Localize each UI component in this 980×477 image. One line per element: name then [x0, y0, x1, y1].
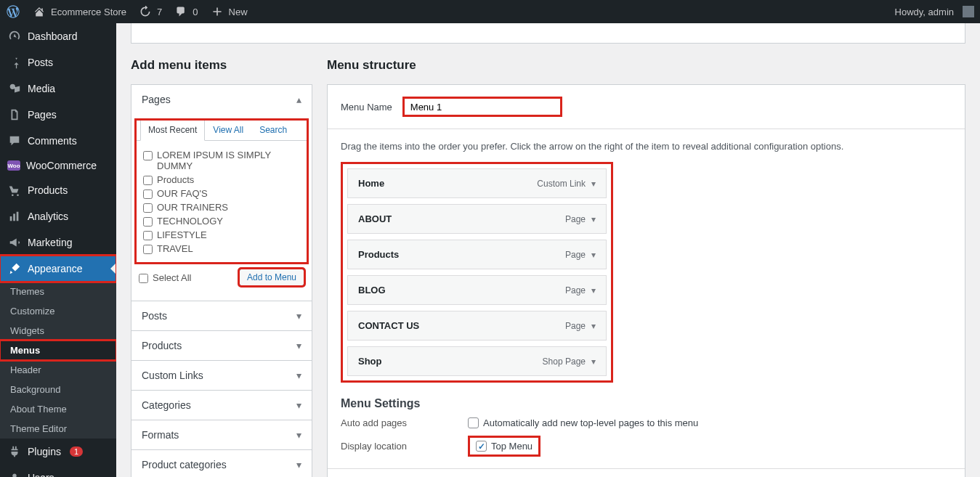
- pages-list[interactable]: LOREM IPSUM IS SIMPLY DUMMY Products OUR…: [136, 141, 307, 263]
- page-checkbox[interactable]: [143, 151, 153, 160]
- add-to-menu-button[interactable]: Add to Menu: [239, 269, 304, 286]
- sub-themes[interactable]: Themes: [0, 282, 116, 301]
- sub-about-theme[interactable]: About Theme: [0, 399, 116, 419]
- sub-widgets[interactable]: Widgets: [0, 321, 116, 341]
- menu-item[interactable]: ShopShop Page▾: [347, 346, 607, 376]
- avatar: [963, 6, 974, 17]
- sub-customize[interactable]: Customize: [0, 301, 116, 321]
- products-icon: [7, 183, 22, 197]
- nav-comments[interactable]: Comments: [0, 128, 116, 154]
- wp-logo[interactable]: [0, 0, 26, 23]
- menu-item[interactable]: ABOUTPage▾: [347, 204, 607, 234]
- comments-count: 0: [193, 7, 198, 17]
- menu-item[interactable]: BLOGPage▾: [347, 275, 607, 305]
- nav-pages[interactable]: Pages: [0, 102, 116, 128]
- sub-background[interactable]: Background: [0, 380, 116, 399]
- plugins-badge: 1: [70, 447, 83, 457]
- checkbox-checked[interactable]: [476, 441, 487, 452]
- nav-plugins[interactable]: Plugins1: [0, 439, 116, 465]
- svg-point-4: [12, 474, 16, 477]
- admin-bar: Ecommerce Store 7 0 New Howdy, admin: [0, 0, 980, 23]
- add-items-heading: Add menu items: [131, 58, 312, 73]
- auto-add-check[interactable]: Automatically add new top-level pages to…: [468, 417, 698, 428]
- media-icon: [7, 81, 22, 96]
- chevron-down-icon[interactable]: ▾: [591, 214, 596, 224]
- page-check-item[interactable]: TECHNOLOGY: [143, 214, 300, 228]
- users-icon: [7, 470, 22, 477]
- notice-placeholder: [131, 23, 965, 44]
- tab-view-all[interactable]: View All: [205, 120, 251, 140]
- nav-marketing[interactable]: Marketing: [0, 229, 116, 256]
- menu-item[interactable]: HomeCustom Link▾: [347, 168, 607, 198]
- nav-dashboard[interactable]: Dashboard: [0, 23, 116, 49]
- pin-icon: [7, 55, 22, 70]
- menu-name-input[interactable]: [402, 97, 562, 117]
- home-icon: [32, 4, 46, 19]
- new-link[interactable]: New: [204, 0, 254, 23]
- nav-products[interactable]: Products: [0, 177, 116, 203]
- sub-header[interactable]: Header: [0, 360, 116, 380]
- chevron-down-icon[interactable]: ▾: [591, 321, 596, 331]
- tab-search[interactable]: Search: [251, 120, 295, 140]
- chevron-down-icon[interactable]: ▾: [591, 285, 596, 295]
- menu-structure-heading: Menu structure: [327, 58, 965, 73]
- main-content: Add menu items Pages▴ Most Recent View A…: [116, 23, 980, 477]
- page-checkbox[interactable]: [143, 231, 153, 240]
- chevron-down-icon[interactable]: ▾: [591, 179, 596, 189]
- svg-rect-3: [17, 212, 19, 221]
- updates-link[interactable]: 7: [132, 0, 168, 23]
- select-all[interactable]: Select All: [139, 271, 191, 285]
- page-check-item[interactable]: Products: [143, 173, 300, 187]
- page-check-item[interactable]: LIFESTYLE: [143, 228, 300, 242]
- pages-icon: [7, 107, 22, 122]
- menu-item[interactable]: ProductsPage▾: [347, 240, 607, 269]
- pages-panel-head[interactable]: Pages▴: [131, 85, 312, 114]
- nav-woocommerce[interactable]: WooWooCommerce: [0, 154, 116, 177]
- page-checkbox[interactable]: [143, 176, 153, 185]
- plugin-icon: [7, 444, 22, 459]
- page-check-item[interactable]: OUR FAQ'S: [143, 187, 300, 200]
- page-checkbox[interactable]: [143, 189, 153, 199]
- menu-items-list: HomeCustom Link▾ ABOUTPage▾ ProductsPage…: [341, 162, 613, 383]
- howdy-text: Howdy, admin: [895, 7, 954, 17]
- page-check-item[interactable]: TRAVEL: [143, 242, 300, 256]
- menu-settings-heading: Menu Settings: [341, 397, 952, 410]
- chevron-down-icon: ▾: [296, 370, 301, 381]
- page-check-item[interactable]: LOREM IPSUM IS SIMPLY DUMMY: [143, 148, 300, 173]
- menu-structure-box: Menu Name Drag the items into the order …: [327, 84, 965, 477]
- chevron-down-icon[interactable]: ▾: [591, 356, 596, 367]
- nav-users[interactable]: Users: [0, 465, 116, 477]
- menu-item[interactable]: CONTACT USPage▾: [347, 311, 607, 341]
- nav-media[interactable]: Media: [0, 76, 116, 102]
- svg-rect-1: [10, 216, 12, 221]
- formats-panel-head[interactable]: Formats▾: [131, 420, 312, 449]
- top-menu-check[interactable]: Top Menu: [476, 441, 532, 452]
- nav-analytics[interactable]: Analytics: [0, 203, 116, 229]
- tab-most-recent[interactable]: Most Recent: [140, 120, 205, 141]
- checkbox[interactable]: [468, 417, 479, 428]
- select-all-checkbox[interactable]: [139, 274, 148, 283]
- product-cats-panel-head[interactable]: Product categories▾: [131, 449, 312, 477]
- woo-icon: Woo: [7, 160, 20, 171]
- sub-menus[interactable]: Menus: [0, 341, 116, 360]
- custom-links-panel-head[interactable]: Custom Links▾: [131, 360, 312, 390]
- menu-name-label: Menu Name: [341, 102, 392, 113]
- nav-posts[interactable]: Posts: [0, 49, 116, 76]
- nav-appearance[interactable]: Appearance: [0, 256, 116, 282]
- sub-theme-editor[interactable]: Theme Editor: [0, 419, 116, 439]
- categories-panel-head[interactable]: Categories▾: [131, 390, 312, 420]
- chevron-down-icon: ▾: [296, 429, 301, 441]
- page-checkbox[interactable]: [143, 245, 153, 254]
- my-account[interactable]: Howdy, admin: [889, 0, 980, 23]
- comments-link[interactable]: 0: [168, 0, 203, 23]
- chevron-down-icon[interactable]: ▾: [591, 250, 596, 260]
- updates-icon: [138, 4, 153, 19]
- divider: [328, 129, 965, 129]
- site-link[interactable]: Ecommerce Store: [26, 0, 132, 23]
- posts-panel-head[interactable]: Posts▾: [131, 301, 312, 330]
- page-check-item[interactable]: OUR TRAINERS: [143, 200, 300, 214]
- products-panel-head[interactable]: Products▾: [131, 330, 312, 360]
- updates-count: 7: [157, 7, 162, 17]
- page-checkbox[interactable]: [143, 203, 153, 213]
- page-checkbox[interactable]: [143, 217, 153, 227]
